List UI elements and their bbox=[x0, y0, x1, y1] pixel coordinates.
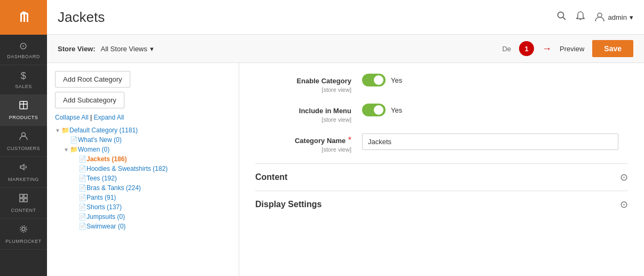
add-subcategory-button[interactable]: Add Subcategory bbox=[55, 92, 124, 108]
add-root-category-button[interactable]: Add Root Category bbox=[55, 71, 130, 88]
folder-icon-women: 📁 bbox=[70, 146, 78, 153]
collapse-all-link[interactable]: Collapse All bbox=[55, 114, 89, 121]
sidebar-item-marketing-label: MARKETING bbox=[8, 177, 39, 182]
tree-item-bras[interactable]: 📄 Bras & Tanks (224) bbox=[72, 183, 231, 193]
marketing-icon bbox=[19, 162, 28, 175]
enable-category-row: Enable Category [store view] Yes bbox=[255, 74, 628, 93]
category-form-panel: Enable Category [store view] Yes Include… bbox=[239, 63, 644, 276]
store-view-chevron-icon: ▾ bbox=[150, 45, 154, 53]
tree-item-jumpsuits[interactable]: 📄 Jumpsuits (0) bbox=[72, 212, 231, 222]
enable-category-toggle[interactable] bbox=[362, 74, 386, 86]
folder-icon-hoodies: 📄 bbox=[78, 165, 87, 172]
category-name-row: Category Name * [store view] bbox=[255, 133, 628, 153]
svg-point-10 bbox=[557, 12, 563, 18]
expand-all-link[interactable]: Expand All bbox=[94, 114, 124, 121]
admin-avatar-icon bbox=[594, 11, 606, 23]
search-icon[interactable] bbox=[556, 11, 567, 24]
category-name-input[interactable] bbox=[362, 133, 618, 150]
content-section-header[interactable]: Content ⊙ bbox=[255, 163, 628, 191]
sidebar-item-products-label: PRODUCTS bbox=[9, 115, 38, 120]
tree-link-whats-new[interactable]: What's New (0) bbox=[78, 136, 122, 144]
include-menu-field: Yes bbox=[362, 104, 628, 116]
toolbar-right: De 1 → Preview Save bbox=[502, 40, 633, 57]
content-section-title: Content bbox=[255, 172, 287, 182]
tree-link-shorts[interactable]: Shorts (137) bbox=[87, 203, 122, 211]
save-button[interactable]: Save bbox=[592, 40, 633, 57]
enable-category-value: Yes bbox=[391, 76, 402, 84]
sidebar-item-dashboard[interactable]: ⊙ DASHBOARD bbox=[0, 35, 47, 65]
folder-icon-whats-new: 📄 bbox=[70, 136, 78, 144]
svg-line-11 bbox=[563, 17, 566, 20]
preview-button[interactable]: Preview bbox=[560, 45, 584, 53]
sidebar-item-sales-label: SALES bbox=[15, 84, 32, 89]
main-area: Jackets admin ▾ bbox=[47, 0, 644, 276]
folder-icon-jumpsuits: 📄 bbox=[78, 213, 87, 220]
tree-link-jackets[interactable]: Jackets (186) bbox=[87, 155, 127, 163]
tree-link-pants[interactable]: Pants (91) bbox=[87, 194, 116, 201]
bell-icon[interactable] bbox=[575, 11, 586, 24]
enable-category-label: Enable Category bbox=[296, 77, 351, 85]
tree-link-jumpsuits[interactable]: Jumpsuits (0) bbox=[87, 213, 125, 220]
sidebar-item-customers[interactable]: CUSTOMERS bbox=[0, 126, 47, 157]
admin-label: admin bbox=[608, 13, 627, 21]
logo bbox=[0, 0, 47, 35]
display-settings-section-header[interactable]: Display Settings ⊙ bbox=[255, 191, 628, 218]
enable-category-label-group: Enable Category [store view] bbox=[255, 74, 362, 93]
category-name-field bbox=[362, 133, 628, 150]
tree-item-default-category[interactable]: ▼ 📁 Default Category (1181) bbox=[55, 125, 231, 135]
folder-icon-tees: 📄 bbox=[78, 175, 87, 182]
tree-link-women[interactable]: Women (0) bbox=[78, 146, 109, 153]
sidebar-item-content[interactable]: CONTENT bbox=[0, 188, 47, 219]
header-actions: admin ▾ bbox=[556, 11, 633, 24]
tree-item-swimwear[interactable]: 📄 Swimwear (0) bbox=[72, 222, 231, 231]
tree-link-hoodies[interactable]: Hoodies & Sweatshirts (182) bbox=[87, 165, 168, 172]
include-menu-label: Include in Menu bbox=[299, 107, 351, 115]
sidebar-item-sales[interactable]: $ SALES bbox=[0, 65, 47, 95]
tree-link-default-category[interactable]: Default Category (1181) bbox=[69, 127, 138, 134]
sidebar-item-plumrocket[interactable]: PLUMROCKET bbox=[0, 219, 47, 250]
tree-item-pants[interactable]: 📄 Pants (91) bbox=[72, 193, 231, 202]
box-icon bbox=[19, 100, 28, 110]
tree-item-hoodies[interactable]: 📄 Hoodies & Sweatshirts (182) bbox=[72, 164, 231, 174]
tree-item-women[interactable]: ▼ 📁 Women (0) bbox=[64, 145, 231, 154]
sidebar-item-products[interactable]: PRODUCTS bbox=[0, 95, 47, 126]
svg-rect-7 bbox=[24, 199, 27, 202]
tree-item-whats-new[interactable]: 📄 What's New (0) bbox=[64, 135, 231, 145]
gear-icon bbox=[19, 224, 28, 234]
megaphone-icon bbox=[19, 162, 28, 172]
include-menu-label-group: Include in Menu [store view] bbox=[255, 104, 362, 123]
folder-icon-pants: 📄 bbox=[78, 194, 87, 201]
tree-link-swimwear[interactable]: Swimwear (0) bbox=[87, 223, 125, 230]
sidebar-item-content-label: CONTENT bbox=[11, 208, 36, 213]
svg-point-9 bbox=[20, 226, 27, 232]
folder-icon-bras: 📄 bbox=[78, 184, 87, 192]
magento-logo-icon bbox=[13, 7, 34, 28]
plumrocket-icon bbox=[19, 224, 28, 236]
svg-rect-5 bbox=[24, 194, 27, 198]
content-section-toggle-icon: ⊙ bbox=[620, 171, 628, 183]
tree-link-tees[interactable]: Tees (192) bbox=[87, 175, 117, 182]
sidebar-item-marketing[interactable]: MARKETING bbox=[0, 157, 47, 188]
content-area: Add Root Category Add Subcategory Collap… bbox=[47, 63, 644, 276]
folder-icon-default: 📁 bbox=[61, 127, 69, 134]
collapse-expand-controls: Collapse All | Expand All bbox=[55, 114, 231, 121]
step-arrow-icon: → bbox=[542, 43, 552, 54]
customers-icon bbox=[19, 131, 28, 144]
admin-dropdown-icon: ▾ bbox=[630, 13, 633, 21]
store-view-dropdown[interactable]: All Store Views ▾ bbox=[101, 45, 154, 53]
category-name-label-group: Category Name * [store view] bbox=[255, 133, 362, 153]
store-view-value: All Store Views bbox=[101, 45, 147, 53]
expand-icon-default: ▼ bbox=[55, 128, 61, 133]
include-menu-toggle[interactable] bbox=[362, 104, 386, 116]
admin-user-menu[interactable]: admin ▾ bbox=[594, 11, 633, 23]
sidebar-item-customers-label: CUSTOMERS bbox=[7, 146, 40, 151]
category-name-label: Category Name bbox=[295, 137, 345, 145]
tree-item-shorts[interactable]: 📄 Shorts (137) bbox=[72, 202, 231, 212]
products-icon bbox=[19, 100, 28, 113]
sidebar: ⊙ DASHBOARD $ SALES PRODUCTS CUSTOMERS bbox=[0, 0, 47, 276]
category-name-store-view-sublabel: [store view] bbox=[255, 146, 351, 153]
delete-link[interactable]: De bbox=[502, 45, 511, 53]
tree-item-jackets[interactable]: 📄 Jackets (186) bbox=[72, 154, 231, 164]
tree-item-tees[interactable]: 📄 Tees (192) bbox=[72, 174, 231, 183]
tree-link-bras[interactable]: Bras & Tanks (224) bbox=[87, 184, 141, 192]
